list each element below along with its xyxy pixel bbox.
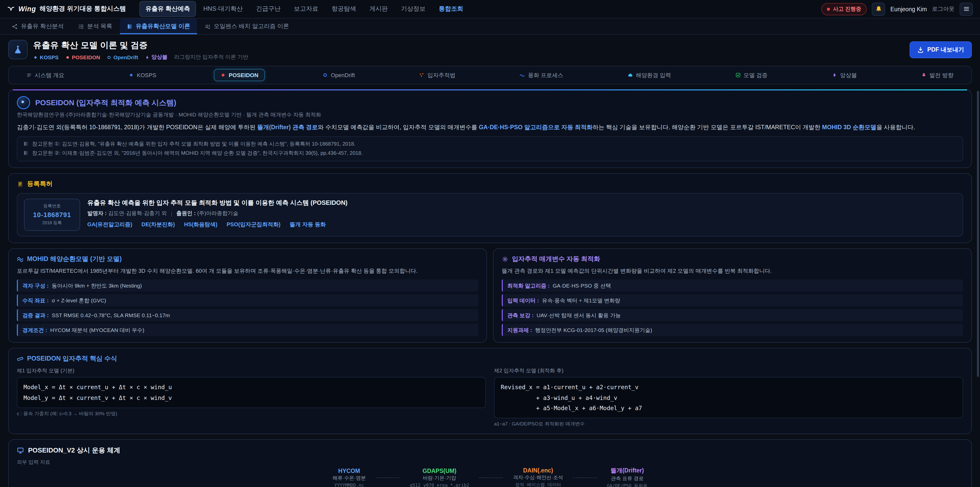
- registration-label: 등록번호: [27, 203, 76, 209]
- spec-row: 경계조건HYCOM 재분석 (MYOCEAN 대비 우수): [17, 324, 478, 336]
- section-item-overview[interactable]: 시스템 개요: [20, 68, 71, 82]
- tab-boom-algorithm-theory[interactable]: 오일펜스 배치 알고리즘 이론: [198, 18, 296, 34]
- wing-logo-icon: [7, 6, 15, 12]
- optimization-description: 뜰개 관측 경로와 제1 모델 예측값의 단위시간별 변화량을 비교하여 제2 …: [502, 267, 963, 275]
- source-file: g512_v070_erea_*.grib2: [410, 483, 469, 487]
- notifications-button[interactable]: [872, 2, 885, 16]
- circle-icon: [65, 55, 70, 59]
- page-tagline: 라그랑지안 입자추적 이론 기반: [174, 54, 248, 61]
- topbar: Wing 해양환경 위기대응 통합시스템 유출유 확산예측 HNS·대기확산 긴…: [0, 0, 980, 18]
- tab-label: 유출유 확산분석: [21, 22, 64, 30]
- nav-item-board[interactable]: 게시판: [363, 1, 394, 17]
- source-desc: 바람·기온·기압: [410, 475, 469, 482]
- tab-spill-analysis[interactable]: 유출유 확산분석: [5, 18, 70, 34]
- ring-icon: [107, 55, 111, 59]
- tab-analysis-list[interactable]: 분석 목록: [71, 18, 119, 34]
- tag-label: 앙상블: [151, 54, 167, 61]
- section-item-particle-tracking[interactable]: 입자추적법: [413, 68, 462, 82]
- para-segment-highlight: MOHID 3D 순환모델: [822, 124, 877, 130]
- tag-kosps: KOSPS: [33, 54, 59, 60]
- page-title: 유출유 확산 모델 이론 및 검증: [33, 40, 248, 51]
- info-two-column: MOHID 해양순환모델 (기반 모델) 포르투갈 IST/MARETEC에서 …: [8, 248, 972, 343]
- spec-label: 최적화 알고리즘: [508, 282, 550, 289]
- section-item-label: 입자추적법: [428, 71, 455, 79]
- check-square-icon: [735, 72, 740, 78]
- app-title: 해양환경 위기대응 통합시스템: [40, 5, 126, 13]
- spec-value: 동아시아 9km + 한반도 3km (Nesting): [52, 282, 142, 289]
- ring-icon: [323, 72, 328, 78]
- mohid-description: 포르투갈 IST/MARETEC에서 1985년부터 개발한 3D 수치 해양순…: [17, 267, 478, 275]
- section-item-validation[interactable]: 모델 검증: [729, 68, 774, 82]
- spec-label: 입력 데이터: [508, 297, 539, 304]
- model1-block: 제1 입자추적 모델 (기본) Model_x = Δt × current_u…: [17, 367, 486, 428]
- wave-icon: [17, 255, 24, 262]
- section-item-label: KOSPS: [137, 72, 156, 78]
- nav-item-oil-diffusion[interactable]: 유출유 확산예측: [139, 1, 196, 17]
- tab-label: 오일펜스 배치 알고리즘 이론: [213, 22, 289, 30]
- para-segment-highlight: 뜰개(Drifter) 관측 경로: [257, 124, 318, 130]
- source-hycom: HYCOM 해류·수온·염분 YYYYMMDD.nc: [328, 468, 370, 487]
- spec-row: 입력 데이터유속·풍속 벡터 + 제1모델 변화량: [502, 294, 963, 307]
- section-item-poseidon[interactable]: POSEIDON: [214, 69, 265, 81]
- section-item-weathering[interactable]: 풍화 프로세스: [513, 68, 570, 82]
- logout-link[interactable]: 로그아웃: [932, 5, 955, 13]
- poseidon-intro-card: POSEIDON (입자추적 최적화 예측 시스템) 한국해양환경연구원·(주)…: [8, 89, 972, 168]
- spec-label: 관측 보강: [508, 311, 534, 319]
- model2-label: 제2 입자추적 모델 (최적화 후): [494, 367, 963, 375]
- source-desc: 격자·수심·해안선·조석: [513, 475, 563, 481]
- tag-drifter-assimilation[interactable]: 뜰개 자동 동화: [290, 221, 326, 228]
- tag-poseidon: POSEIDON: [65, 54, 100, 60]
- source-name: HYCOM: [332, 468, 366, 474]
- rocket-icon: [921, 72, 926, 78]
- nav-item-rescue[interactable]: 긴급구난: [250, 1, 286, 17]
- nav-item-hns[interactable]: HNS·대기확산: [197, 1, 249, 17]
- tag-ga[interactable]: GA(유전알고리즘): [87, 221, 132, 228]
- ruler-icon: [17, 356, 24, 362]
- list-icon: [78, 23, 84, 29]
- section-item-ocean-input[interactable]: 해양환경 입력: [621, 68, 678, 82]
- source-desc: 관측 표류 경로: [607, 476, 648, 482]
- main-nav: 유출유 확산예측 HNS·대기확산 긴급구난 보고자료 항공탐색 게시판 기상정…: [139, 1, 816, 17]
- data-sources-row: HYCOM 해류·수온·염분 YYYYMMDD.nc GDAPS(UM) 바람·…: [17, 467, 963, 487]
- operations-title: POSEIDON_V2 상시 운용 체계: [28, 446, 120, 455]
- nav-item-aerial[interactable]: 항공탐색: [325, 1, 362, 17]
- spec-value: SST RMSE 0.42~0.78°C, SLA RMSE 0.11~0.17…: [52, 311, 170, 319]
- applicant-name: (주)아라종합기술: [197, 210, 239, 216]
- lightning-icon: [145, 55, 149, 59]
- spec-row: 수직 좌표σ + Z-level 혼합 (GVC): [17, 294, 478, 307]
- tab-model-theory[interactable]: 유출유확산모델 이론: [120, 18, 197, 34]
- vertical-scrollbar[interactable]: [977, 91, 979, 377]
- section-item-kosps[interactable]: KOSPS: [122, 69, 163, 81]
- formulas-grid: 제1 입자추적 모델 (기본) Model_x = Δt × current_u…: [17, 367, 963, 428]
- pdf-export-button[interactable]: PDF 내보내기: [910, 42, 972, 58]
- mohid-card-header: MOHID 해양순환모델 (기반 모델): [17, 255, 478, 263]
- section-item-label: POSEIDON: [229, 72, 258, 78]
- section-item-ensemble[interactable]: 앙상블: [825, 68, 864, 82]
- spec-value: UAV·선박 탑재 센서 동시 활용 가능: [537, 311, 621, 319]
- source-dain: DAIN(.enc) 격자·수심·해안선·조석 정적 베이스맵 데이터: [509, 468, 567, 487]
- incident-dot-icon: [827, 7, 830, 10]
- gear-icon: [502, 255, 508, 262]
- nav-item-integrated-search[interactable]: 통합조회: [433, 1, 469, 17]
- section-item-future[interactable]: 발전 방향: [915, 68, 960, 82]
- tag-ensemble: 앙상블: [145, 54, 167, 61]
- spec-row: 검증 결과SST RMSE 0.42~0.78°C, SLA RMSE 0.11…: [17, 309, 478, 321]
- patent-title: 유출유 확산 예측을 위한 입자 추적 모듈 최적화 방법 및 이를 이용한 예…: [87, 198, 348, 207]
- section-item-label: 해양환경 입력: [636, 71, 671, 79]
- source-name: 뜰개(Drifter): [607, 467, 648, 474]
- patent-detail: 유출유 확산 예측을 위한 입자 추적 모듈 최적화 방법 및 이를 이용한 예…: [87, 198, 348, 228]
- nav-item-reports[interactable]: 보고자료: [288, 1, 325, 17]
- nav-item-weather[interactable]: 기상정보: [395, 1, 431, 17]
- section-item-opendrift[interactable]: OpenDrift: [316, 69, 361, 81]
- tag-pso[interactable]: PSO(입자군집최적화): [227, 221, 280, 228]
- section-item-label: 앙상블: [840, 71, 857, 79]
- tag-de[interactable]: DE(차분진화): [142, 221, 175, 228]
- wave-icon: [520, 72, 525, 78]
- poseidon-title: POSEIDON (입자추적 최적화 예측 시스템): [35, 98, 177, 107]
- incident-status-badge[interactable]: 사고 진행중: [821, 3, 867, 15]
- logo-text: Wing: [18, 5, 36, 13]
- tag-hs[interactable]: HS(화음탐색): [184, 221, 218, 228]
- brand[interactable]: Wing 해양환경 위기대응 통합시스템: [7, 5, 126, 13]
- menu-button[interactable]: [959, 2, 973, 16]
- reference-line: 참고문헌 ①: 김도연·김용혁, "유출유 확산 예측을 위한 입자 추적 모델…: [23, 141, 957, 148]
